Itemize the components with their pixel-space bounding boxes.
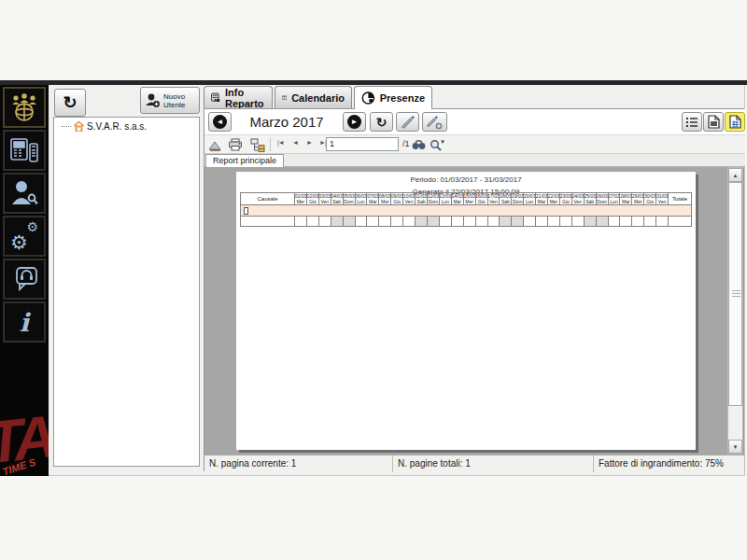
sidebar-item-support[interactable] [3, 259, 46, 300]
last-page-button[interactable]: ►| [319, 139, 326, 146]
day-header-cell: 23/03Gio [560, 193, 572, 204]
table-report-view-icon [729, 115, 741, 129]
tab-calendario[interactable]: 7 Calendario [275, 86, 352, 108]
tree-connector [62, 126, 71, 127]
causale-empty-cell [241, 217, 295, 226]
list-view-icon [685, 117, 698, 128]
sidebar-item-settings[interactable]: ⚙ ⚙ [3, 216, 46, 257]
day-header-cell: 30/03Gio [644, 193, 656, 204]
day-empty-cell [331, 217, 344, 226]
day-empty-cell [367, 217, 379, 226]
day-empty-cell [344, 217, 356, 226]
zoom-dropdown-caret[interactable]: ▼ [440, 139, 445, 145]
day-header-cell: 27/03Lun [609, 193, 621, 204]
page-total-label: /1 [402, 139, 410, 148]
next-page-button[interactable]: ► [306, 139, 312, 146]
day-header-cell: 02/03Gio [307, 193, 319, 204]
document-view-icon [708, 115, 720, 129]
day-empty-cell [572, 217, 585, 226]
day-header-cell: 11/03Sab [416, 193, 428, 204]
new-user-button[interactable]: Nuovo Utente [140, 87, 200, 114]
report-period-line: Periodo: 01/03/2017 - 31/03/2017 [236, 175, 696, 184]
print-button[interactable] [227, 137, 244, 152]
document-view-button[interactable] [703, 112, 724, 132]
previous-page-button[interactable]: ◄ [292, 139, 298, 146]
day-empty-cell [379, 217, 391, 226]
group-tree-icon [250, 138, 266, 152]
toggle-group-tree-button[interactable] [249, 137, 266, 152]
tree-item-label: S.V.A.R. s.a.s. [87, 121, 147, 132]
day-empty-cell [488, 217, 500, 226]
status-current-page: N. pagina corrente: 1 [204, 455, 393, 472]
scrollbar-grip [732, 290, 740, 291]
day-header-cell: 05/03Dom [344, 193, 356, 204]
settings-gear-small-icon: ⚙ [26, 220, 38, 233]
new-user-label-line2: Utente [163, 101, 186, 109]
day-empty-cell [644, 217, 656, 226]
day-header-cell: 20/03Lun [524, 193, 536, 204]
day-empty-cell [656, 217, 669, 226]
printer-icon [228, 138, 243, 151]
refresh-report-button[interactable]: ↻ [370, 112, 393, 132]
page-number-input[interactable]: 1 [326, 137, 399, 151]
binoculars-icon [412, 140, 426, 150]
scroll-down-button[interactable]: ▼ [728, 440, 742, 454]
scrollbar-thumb[interactable] [728, 182, 742, 406]
export-button[interactable] [206, 137, 223, 152]
next-month-button[interactable]: ► [343, 112, 366, 132]
day-header-cell: 06/03Lun [356, 193, 368, 204]
users-globe-icon [8, 91, 40, 123]
scroll-up-button[interactable]: ▲ [728, 168, 742, 182]
data-row [240, 217, 692, 227]
day-empty-cell [560, 217, 572, 226]
causale-header-cell: Causale [241, 193, 295, 204]
calendar-number: 7 [284, 96, 286, 100]
tab-label: Info Reparto [225, 87, 265, 109]
day-empty-cell [500, 217, 512, 226]
day-header-cell: 28/03Mar [620, 193, 632, 204]
day-empty-cell [452, 217, 464, 226]
new-user-label-line1: Nuovo [163, 92, 186, 101]
calendar-icon: 7 [282, 91, 287, 105]
day-empty-cell [319, 217, 331, 226]
sidebar: ⚙ ⚙ i TA TIME S [0, 85, 49, 476]
day-empty-cell [597, 217, 609, 226]
list-view-button[interactable] [682, 112, 702, 132]
sidebar-item-devices[interactable] [3, 130, 46, 171]
tab-info-reparto[interactable]: Info Reparto [204, 86, 273, 108]
group-row-marker-icon [244, 207, 248, 215]
day-empty-cell [524, 217, 536, 226]
edit-settings-button[interactable] [422, 112, 447, 132]
sidebar-item-info[interactable]: i [3, 301, 46, 343]
tab-presenze[interactable]: Presenze [354, 86, 432, 109]
vertical-scrollbar[interactable]: ▲ ▼ [727, 167, 743, 455]
refresh-users-button[interactable]: ↻ [54, 89, 86, 117]
info-icon: i [20, 310, 29, 335]
day-empty-cell [464, 217, 476, 226]
report-tab-row: Report principale [204, 154, 745, 167]
report-viewport[interactable]: Periodo: 01/03/2017 - 31/03/2017 Generat… [204, 167, 727, 455]
first-page-button[interactable]: |◄ [277, 139, 284, 146]
sidebar-item-user-permissions[interactable] [3, 173, 46, 214]
refresh-icon: ↻ [63, 92, 77, 113]
support-headset-icon [9, 264, 39, 294]
day-header-cell: 16/03Gio [476, 193, 488, 204]
day-empty-cell [307, 217, 319, 226]
day-header-cell: 24/03Ven [572, 193, 585, 204]
period-title: Marzo 2017 [234, 114, 339, 130]
arrow-left-icon: ◄ [213, 115, 227, 129]
day-empty-cell [391, 217, 403, 226]
previous-month-button[interactable]: ◄ [208, 112, 232, 132]
report-principale-tab[interactable]: Report principale [205, 154, 284, 167]
table-report-view-button[interactable] [725, 112, 745, 132]
user-tree: S.V.A.R. s.a.s. [53, 117, 200, 467]
sidebar-item-users[interactable] [3, 87, 46, 128]
tree-item-company-root[interactable]: S.V.A.R. s.a.s. [54, 118, 199, 132]
day-empty-cell [632, 217, 644, 226]
group-row [240, 205, 692, 217]
presenze-panel: ◄ Marzo 2017 ► ↻ [204, 108, 744, 471]
day-empty-cell [536, 217, 548, 226]
edit-button[interactable] [396, 112, 419, 132]
find-button[interactable] [410, 137, 427, 152]
day-empty-cell [512, 217, 524, 226]
